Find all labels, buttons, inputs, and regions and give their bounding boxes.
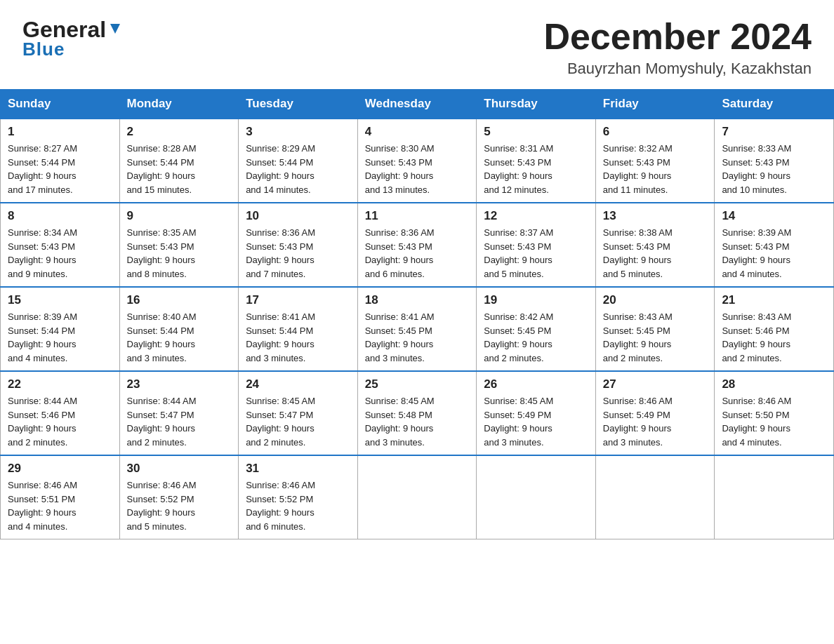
calendar-cell: 1 Sunrise: 8:27 AM Sunset: 5:44 PM Dayli… <box>1 119 120 203</box>
day-number: 12 <box>484 209 588 223</box>
day-info: Sunrise: 8:28 AM Sunset: 5:44 PM Dayligh… <box>127 142 232 196</box>
daylight-minutes: and 3 minutes. <box>246 353 305 363</box>
daylight-text: Daylight: 9 hours <box>127 170 196 181</box>
calendar-header: Sunday Monday Tuesday Wednesday Thursday… <box>1 90 834 119</box>
calendar-cell <box>715 455 834 539</box>
day-info: Sunrise: 8:36 AM Sunset: 5:43 PM Dayligh… <box>365 226 470 281</box>
logo-triangle-icon <box>107 21 123 36</box>
day-info: Sunrise: 8:45 AM Sunset: 5:49 PM Dayligh… <box>484 394 588 449</box>
calendar-week-4: 22 Sunrise: 8:44 AM Sunset: 5:46 PM Dayl… <box>1 371 834 455</box>
calendar-cell: 21 Sunrise: 8:43 AM Sunset: 5:46 PM Dayl… <box>715 287 834 371</box>
calendar-cell <box>357 455 477 539</box>
sunrise-text: Sunrise: 8:34 AM <box>8 227 77 238</box>
calendar-week-1: 1 Sunrise: 8:27 AM Sunset: 5:44 PM Dayli… <box>1 119 834 203</box>
day-number: 17 <box>246 293 350 307</box>
sunrise-text: Sunrise: 8:31 AM <box>484 143 553 154</box>
logo-blue: Blue <box>22 39 65 60</box>
day-number: 22 <box>8 377 112 391</box>
title-block: December 2024 Bauyrzhan Momyshuly, Kazak… <box>543 17 812 78</box>
calendar-cell: 6 Sunrise: 8:32 AM Sunset: 5:43 PM Dayli… <box>595 119 715 203</box>
daylight-text: Daylight: 9 hours <box>365 339 434 349</box>
sunrise-text: Sunrise: 8:30 AM <box>365 143 435 154</box>
day-info: Sunrise: 8:45 AM Sunset: 5:47 PM Dayligh… <box>246 394 350 449</box>
sunset-text: Sunset: 5:43 PM <box>8 241 75 252</box>
day-number: 11 <box>365 209 470 223</box>
calendar-cell: 10 Sunrise: 8:36 AM Sunset: 5:43 PM Dayl… <box>239 203 358 287</box>
day-number: 2 <box>127 125 232 139</box>
sunrise-text: Sunrise: 8:45 AM <box>246 396 315 406</box>
day-number: 16 <box>127 293 232 307</box>
daylight-minutes: and 3 minutes. <box>127 353 187 363</box>
sunset-text: Sunset: 5:48 PM <box>365 410 432 420</box>
daylight-text: Daylight: 9 hours <box>484 339 552 349</box>
sunset-text: Sunset: 5:43 PM <box>484 157 551 168</box>
day-number: 4 <box>365 125 470 139</box>
daylight-minutes: and 6 minutes. <box>246 521 305 532</box>
daylight-text: Daylight: 9 hours <box>246 423 315 434</box>
sunset-text: Sunset: 5:43 PM <box>365 241 432 252</box>
day-info: Sunrise: 8:41 AM Sunset: 5:45 PM Dayligh… <box>365 310 470 365</box>
location: Bauyrzhan Momyshuly, Kazakhstan <box>543 60 812 78</box>
daylight-minutes: and 4 minutes. <box>722 269 781 279</box>
daylight-minutes: and 3 minutes. <box>365 437 425 448</box>
day-info: Sunrise: 8:45 AM Sunset: 5:48 PM Dayligh… <box>365 394 470 449</box>
day-info: Sunrise: 8:43 AM Sunset: 5:46 PM Dayligh… <box>722 310 826 365</box>
day-info: Sunrise: 8:38 AM Sunset: 5:43 PM Dayligh… <box>603 226 708 281</box>
daylight-text: Daylight: 9 hours <box>603 339 672 349</box>
day-number: 15 <box>8 293 112 307</box>
daylight-minutes: and 3 minutes. <box>484 437 543 448</box>
sunrise-text: Sunrise: 8:40 AM <box>127 311 197 322</box>
calendar-cell: 23 Sunrise: 8:44 AM Sunset: 5:47 PM Dayl… <box>119 371 239 455</box>
day-number: 8 <box>8 209 112 223</box>
day-number: 26 <box>484 377 588 391</box>
day-number: 10 <box>246 209 350 223</box>
calendar-cell: 29 Sunrise: 8:46 AM Sunset: 5:51 PM Dayl… <box>1 455 120 539</box>
sunset-text: Sunset: 5:46 PM <box>8 410 75 420</box>
calendar-cell: 24 Sunrise: 8:45 AM Sunset: 5:47 PM Dayl… <box>239 371 358 455</box>
daylight-minutes: and 8 minutes. <box>127 269 187 279</box>
calendar-cell <box>477 455 596 539</box>
sunrise-text: Sunrise: 8:43 AM <box>722 311 791 322</box>
col-wednesday: Wednesday <box>357 90 477 119</box>
daylight-minutes: and 4 minutes. <box>8 353 67 363</box>
sunset-text: Sunset: 5:43 PM <box>603 157 670 168</box>
daylight-minutes: and 2 minutes. <box>127 437 187 448</box>
daylight-minutes: and 2 minutes. <box>722 353 781 363</box>
daylight-text: Daylight: 9 hours <box>484 170 552 181</box>
daylight-minutes: and 5 minutes. <box>484 269 543 279</box>
daylight-minutes: and 2 minutes. <box>8 437 67 448</box>
calendar-cell: 25 Sunrise: 8:45 AM Sunset: 5:48 PM Dayl… <box>357 371 477 455</box>
sunrise-text: Sunrise: 8:35 AM <box>127 227 197 238</box>
sunset-text: Sunset: 5:51 PM <box>8 494 75 504</box>
svg-marker-0 <box>110 24 120 34</box>
day-info: Sunrise: 8:46 AM Sunset: 5:51 PM Dayligh… <box>8 478 112 533</box>
sunrise-text: Sunrise: 8:44 AM <box>8 396 77 406</box>
calendar-cell <box>595 455 715 539</box>
sunset-text: Sunset: 5:43 PM <box>484 241 551 252</box>
daylight-minutes: and 14 minutes. <box>246 185 311 195</box>
calendar-cell: 26 Sunrise: 8:45 AM Sunset: 5:49 PM Dayl… <box>477 371 596 455</box>
day-number: 21 <box>722 293 826 307</box>
sunrise-text: Sunrise: 8:39 AM <box>8 311 77 322</box>
day-info: Sunrise: 8:43 AM Sunset: 5:45 PM Dayligh… <box>603 310 708 365</box>
calendar-cell: 18 Sunrise: 8:41 AM Sunset: 5:45 PM Dayl… <box>357 287 477 371</box>
sunrise-text: Sunrise: 8:36 AM <box>246 227 315 238</box>
day-number: 9 <box>127 209 232 223</box>
daylight-minutes: and 4 minutes. <box>722 437 781 448</box>
sunrise-text: Sunrise: 8:32 AM <box>603 143 673 154</box>
col-monday: Monday <box>119 90 239 119</box>
daylight-text: Daylight: 9 hours <box>8 423 77 434</box>
calendar-body: 1 Sunrise: 8:27 AM Sunset: 5:44 PM Dayli… <box>1 119 834 539</box>
sunset-text: Sunset: 5:44 PM <box>127 157 194 168</box>
sunrise-text: Sunrise: 8:46 AM <box>603 396 673 406</box>
daylight-text: Daylight: 9 hours <box>722 339 790 349</box>
daylight-text: Daylight: 9 hours <box>365 170 434 181</box>
sunset-text: Sunset: 5:44 PM <box>8 157 75 168</box>
logo: General Blue <box>22 17 123 60</box>
daylight-text: Daylight: 9 hours <box>365 255 434 265</box>
day-number: 24 <box>246 377 350 391</box>
sunrise-text: Sunrise: 8:41 AM <box>246 311 315 322</box>
month-title: December 2024 <box>543 17 812 57</box>
daylight-minutes: and 7 minutes. <box>246 269 305 279</box>
daylight-text: Daylight: 9 hours <box>722 423 790 434</box>
